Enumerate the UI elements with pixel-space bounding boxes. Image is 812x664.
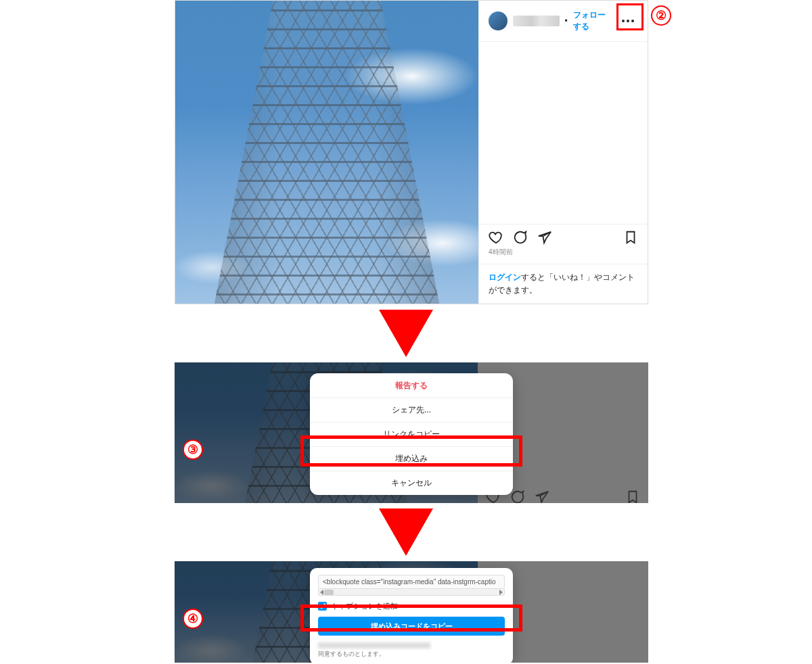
embed-dialog-screenshot: <blockquote class="instagram-media" data… xyxy=(175,561,648,663)
more-options-button[interactable] xyxy=(618,9,638,33)
avatar[interactable] xyxy=(489,11,508,30)
save-icon xyxy=(625,490,640,503)
menu-item-cancel[interactable]: キャンセル xyxy=(310,471,513,495)
scrollbar-horizontal[interactable] xyxy=(318,589,505,596)
copy-embed-code-button[interactable]: 埋め込みコードをコピー xyxy=(318,617,505,636)
callout-3: ③ xyxy=(183,440,203,460)
login-link[interactable]: ログイン xyxy=(489,272,521,282)
login-prompt: ログインすると「いいね！」やコメントができます。 xyxy=(479,264,648,304)
username-blurred[interactable] xyxy=(513,16,560,26)
menu-item-embed[interactable]: 埋め込み xyxy=(310,446,513,471)
context-menu: 報告する シェア先... リンクをコピー 埋め込み キャンセル xyxy=(310,373,513,495)
post-sidebar: • フォローする 4時間前 ログインすると「いいね！」やコメントができます。 xyxy=(478,1,648,304)
more-icon xyxy=(622,20,634,22)
share-icon xyxy=(535,490,549,503)
timestamp: 4時間前 xyxy=(479,247,648,264)
menu-item-copy-link[interactable]: リンクをコピー xyxy=(310,422,513,446)
scrollbar-thumb[interactable] xyxy=(324,590,334,595)
caption-checkbox-row[interactable]: キャプションを追加 xyxy=(318,601,505,611)
terms-blurred xyxy=(318,642,430,648)
arrow-down-icon xyxy=(379,508,433,556)
instagram-post: • フォローする 4時間前 ログインすると「いいね！」やコメントができます。 xyxy=(175,0,648,304)
arrow-down-icon xyxy=(379,310,433,357)
context-menu-screenshot: 報告する シェア先... リンクをコピー 埋め込み キャンセル ③ xyxy=(175,362,648,503)
caption-checkbox[interactable] xyxy=(318,602,327,611)
menu-item-report[interactable]: 報告する xyxy=(310,373,513,398)
share-icon[interactable] xyxy=(537,230,552,245)
comment-icon xyxy=(510,490,525,503)
post-image xyxy=(175,1,478,304)
callout-4: ④ xyxy=(183,609,203,629)
terms-tail: 同意するものとします。 xyxy=(318,650,385,657)
post-action-bar xyxy=(479,224,648,247)
save-icon[interactable] xyxy=(623,230,638,245)
terms-text: 同意するものとします。 xyxy=(318,641,505,658)
comment-icon[interactable] xyxy=(513,230,528,245)
follow-link[interactable]: フォローする xyxy=(573,9,613,32)
like-icon[interactable] xyxy=(489,230,503,245)
callout-2: ② xyxy=(651,5,671,26)
embed-code-field[interactable]: <blockquote class="instagram-media" data… xyxy=(318,575,505,589)
post-comments-area xyxy=(479,42,648,224)
caption-checkbox-label: キャプションを追加 xyxy=(331,601,398,611)
menu-item-share[interactable]: シェア先... xyxy=(310,398,513,422)
separator-dot: • xyxy=(565,16,568,26)
post-header: • フォローする xyxy=(479,1,648,42)
embed-dialog: <blockquote class="instagram-media" data… xyxy=(310,568,513,663)
